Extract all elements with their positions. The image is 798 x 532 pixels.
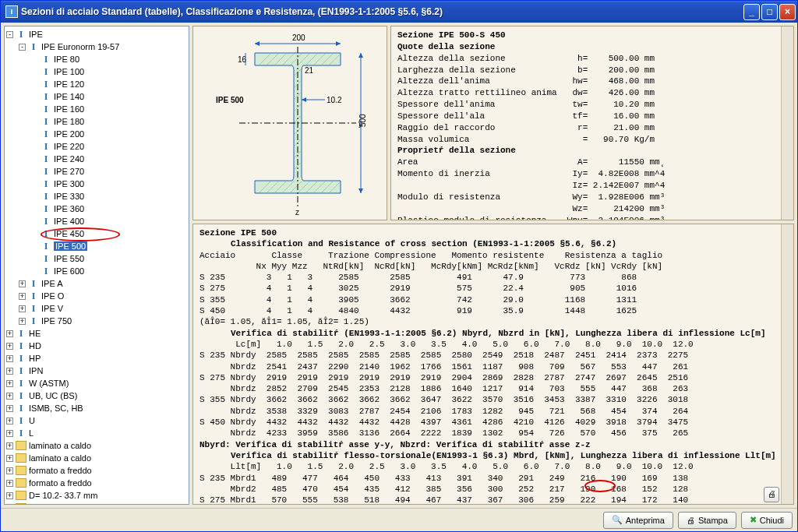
tree-item[interactable]: IPE 120 <box>6 78 187 90</box>
expand-icon[interactable]: + <box>6 355 13 362</box>
tree-item[interactable]: IPE 550 <box>6 252 187 265</box>
expand-icon[interactable]: + <box>6 480 13 487</box>
tree-item[interactable]: +IPN <box>6 365 187 377</box>
expand-icon[interactable]: + <box>6 380 13 387</box>
ibeam-icon <box>41 92 51 101</box>
tree-item[interactable]: IPE 200 <box>6 128 187 140</box>
tree-item[interactable]: IPE 450 <box>6 227 187 240</box>
close-dialog-button[interactable]: ✖Chiudi <box>741 512 793 529</box>
tree-item[interactable]: IPE 160 <box>6 103 187 115</box>
tree-label: formato a freddo <box>29 466 92 475</box>
ibeam-icon <box>41 67 51 76</box>
expand-icon <box>31 69 38 76</box>
tree-item[interactable]: IPE 330 <box>6 190 187 203</box>
tree-item[interactable]: +IPE V <box>6 302 187 315</box>
print-button[interactable]: 🖨Stampa <box>678 512 736 529</box>
ibeam-icon <box>41 142 51 151</box>
expand-icon[interactable]: - <box>19 44 26 51</box>
tree-panel[interactable]: -IPE-IPE Euronorm 19-57IPE 80IPE 100IPE … <box>4 26 189 505</box>
expand-icon <box>31 118 38 125</box>
ibeam-icon <box>16 354 26 363</box>
tree-label: IPE 750 <box>41 316 72 326</box>
tree-label: W (ASTM) <box>29 379 69 388</box>
tree-item[interactable]: IPE 360 <box>6 203 187 215</box>
ipe-diagram-svg: 200 16 21 10.2 <box>200 30 380 217</box>
table-row: S 450 Nbrdy 4432 4432 4432 4432 4428 439… <box>200 417 787 428</box>
expand-icon[interactable]: + <box>6 467 13 474</box>
tree-item[interactable]: IPE 240 <box>6 153 187 165</box>
tree-item[interactable]: +formato a freddo <box>6 477 187 489</box>
tree-item[interactable]: +ISMB, SC, HB <box>6 402 187 414</box>
tree-item[interactable]: IPE 400 <box>6 215 187 227</box>
dim-tw: 10.2 <box>327 96 342 104</box>
expand-icon[interactable]: + <box>6 405 13 412</box>
prop-row: Area A= 11550 mm˛ <box>397 157 787 168</box>
tree-item[interactable]: +W (ASTM) <box>6 377 187 389</box>
dim-h: 500 <box>358 114 367 127</box>
tree-item[interactable]: +HE <box>6 327 187 340</box>
tree-label: D= 10.2- 33.7 mm <box>29 491 97 500</box>
svg-marker-2 <box>336 41 341 46</box>
tree-item[interactable]: IPE 220 <box>6 140 187 153</box>
tree-item[interactable]: -IPE <box>6 28 187 41</box>
tree-item[interactable]: +IPE O <box>6 290 187 302</box>
expand-icon[interactable]: + <box>6 393 13 400</box>
tree-item[interactable]: IPE 180 <box>6 115 187 128</box>
tree-item[interactable]: +UB, UC (BS) <box>6 389 187 402</box>
tree-item[interactable]: IPE 600 <box>6 265 187 277</box>
tree-label: D= 38.0- 63.5 mm <box>29 503 97 505</box>
tree-label: laminato a caldo <box>29 441 91 450</box>
tree-item[interactable]: IPE 140 <box>6 90 187 103</box>
expand-icon[interactable]: + <box>6 505 13 506</box>
prop-row: Larghezza della sezione b= 200.00 mm <box>397 65 787 76</box>
tree-item[interactable]: +formato a freddo <box>6 464 187 477</box>
stab-header: Verifica di stabilitŕ (EN1993-1-1:2005 §… <box>200 328 787 339</box>
expand-icon[interactable]: + <box>6 442 13 449</box>
minimize-button[interactable]: _ <box>743 4 760 20</box>
tree-item[interactable]: IPE 100 <box>6 65 187 78</box>
props-scrollbar[interactable] <box>781 26 793 220</box>
tree-item[interactable]: IPE 500 <box>6 240 187 252</box>
expand-icon <box>31 193 38 200</box>
tree-item[interactable]: +laminato a caldo <box>6 452 187 464</box>
expand-icon[interactable]: + <box>6 343 13 350</box>
tree-item[interactable]: -IPE Euronorm 19-57 <box>6 41 187 53</box>
results-scrollbar[interactable] <box>781 224 793 504</box>
tree-item[interactable]: +D= 10.2- 33.7 mm <box>6 489 187 502</box>
tree-item[interactable]: +IPE 750 <box>6 315 187 327</box>
tree-item[interactable]: +U <box>6 414 187 427</box>
app-icon: I <box>5 5 18 18</box>
tree-item[interactable]: +D= 38.0- 63.5 mm <box>6 502 187 505</box>
tree-item[interactable]: IPE 80 <box>6 53 187 65</box>
note2: Nbyrd: Verifica di stabilitŕ asse y-y, N… <box>200 439 787 450</box>
tree-item[interactable]: +laminato a caldo <box>6 439 187 452</box>
preview-label: Anteprima <box>626 516 665 525</box>
tree-item[interactable]: IPE 300 <box>6 178 187 190</box>
close-button[interactable]: × <box>779 4 796 20</box>
preview-button[interactable]: 🔍Anteprima <box>603 512 673 529</box>
expand-icon[interactable]: + <box>6 417 13 425</box>
expand-icon[interactable]: - <box>6 31 13 38</box>
tree-item[interactable]: IPE 270 <box>6 165 187 178</box>
print-icon-button[interactable]: 🖨 <box>764 487 779 502</box>
table-row: S 450 4 1 4 4840 4432 919 35.9 1448 1625 <box>200 305 787 316</box>
expand-icon[interactable]: + <box>6 330 13 337</box>
expand-icon <box>31 206 38 213</box>
tree-item[interactable]: +HD <box>6 340 187 352</box>
tree-label: IPN <box>29 366 43 375</box>
expand-icon[interactable]: + <box>19 305 26 312</box>
maximize-button[interactable]: □ <box>761 4 778 20</box>
expand-icon[interactable]: + <box>19 318 26 325</box>
expand-icon[interactable]: + <box>6 492 13 499</box>
tree-item[interactable]: +HP <box>6 352 187 365</box>
expand-icon[interactable]: + <box>19 280 26 287</box>
expand-icon[interactable]: + <box>6 455 13 462</box>
expand-icon[interactable]: + <box>6 430 13 437</box>
table-row: Nbrdz 2852 2709 2545 2353 2128 1886 1640… <box>200 383 787 394</box>
titlebar: I Sezioni di acciaio Standard (tabelle),… <box>1 1 797 23</box>
tree-item[interactable]: +L <box>6 427 187 439</box>
expand-icon[interactable]: + <box>19 293 26 300</box>
expand-icon[interactable]: + <box>6 368 13 375</box>
tree-label: IPE 220 <box>54 142 84 151</box>
tree-item[interactable]: +IPE A <box>6 277 187 290</box>
